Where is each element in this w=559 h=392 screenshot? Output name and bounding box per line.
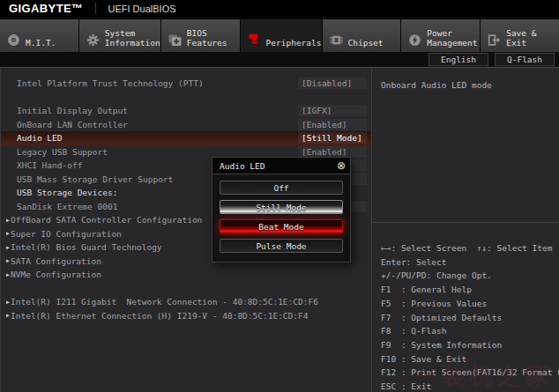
setting-label: SanDisk Extreme 0001 xyxy=(1,202,117,211)
tab-power-management[interactable]: Power Management xyxy=(401,19,480,52)
hotkey-line: +/-/PU/PD: Change Opt. xyxy=(381,269,557,283)
tab-label: Save & Exit xyxy=(506,28,559,48)
submenu-arrow-icon: ▶ xyxy=(1,299,11,306)
tab-save-exit[interactable]: Save & Exit xyxy=(481,19,559,52)
tab-bar: M.I.T. System Information BIOS Features … xyxy=(0,17,559,52)
sub-toolbar: English Q-Flash xyxy=(0,52,559,67)
tab-label: M.I.T. xyxy=(26,38,56,48)
setting-label: Intel(R) Ethernet Connection (H) I219-V … xyxy=(11,311,308,321)
tab-label: Chipset xyxy=(348,38,384,48)
setting-label: Initial Display Output xyxy=(1,106,128,115)
gear-icon xyxy=(86,33,100,47)
help-description: Onboard Audio LED mode xyxy=(372,68,559,90)
dialog-title-bar: Audio LED ⊗ xyxy=(212,157,351,174)
hotkey-line: F7 : Optimized Defaults xyxy=(381,311,557,325)
audio-led-dialog: Audio LED ⊗ OffStill ModeBeat ModePulse … xyxy=(212,157,351,263)
setting-label: OffBoard SATA Controller Configuration xyxy=(11,215,202,225)
setting-label: Intel(R) I211 Gigabit Network Connection… xyxy=(11,297,318,307)
bios-folder-icon xyxy=(168,33,182,47)
dialog-title: Audio LED xyxy=(212,161,332,171)
hotkey-line: F5 : Previous Values xyxy=(381,297,557,311)
submenu-arrow-icon: ▶ xyxy=(1,217,11,224)
submenu-arrow-icon: ▶ xyxy=(1,257,11,264)
setting-label: Intel(R) Bios Guard Technology xyxy=(11,242,162,252)
setting-label: XHCI Hand-off xyxy=(1,160,82,170)
setting-row-onboard-lan-controller[interactable]: OnBoard LAN Controller [Enabled] xyxy=(1,118,371,132)
setting-label: Intel Platform Trust Technology (PTT) xyxy=(1,78,204,88)
setting-value: [Disabled] xyxy=(298,78,367,89)
hotkey-line: F8 : Q-Flash xyxy=(381,324,557,338)
help-panel: Onboard Audio LED mode ←→: Select Screen… xyxy=(371,68,559,392)
submenu-arrow-icon: ▶ xyxy=(1,271,11,278)
spacer-row xyxy=(1,282,371,296)
hotkey-line: Enter: Select xyxy=(381,255,557,270)
chipset-icon xyxy=(330,33,343,47)
disc-icon xyxy=(7,33,20,47)
close-icon[interactable]: ⊗ xyxy=(332,159,350,172)
setting-value: [IGFX] xyxy=(298,105,367,116)
peripherals-icon xyxy=(248,33,261,47)
hotkey-legend: ←→: Select Screen ↑↓: Select ItemEnter: … xyxy=(381,241,557,392)
setting-label: OnBoard LAN Controller xyxy=(1,120,128,129)
hotkey-line: F10 : Save & Exit xyxy=(381,352,557,366)
gigabyte-logo: GIGABYTE™ xyxy=(0,2,95,15)
language-button[interactable]: English xyxy=(429,53,488,66)
submenu-arrow-icon: ▶ xyxy=(1,244,11,251)
firmware-title: UEFI DualBIOS xyxy=(96,4,176,14)
tab-system-information[interactable]: System Information xyxy=(79,19,160,52)
option-beat-mode[interactable]: Beat Mode xyxy=(220,219,343,233)
tab-label: Power Management xyxy=(427,28,477,48)
setting-value: [Still Mode] xyxy=(298,132,367,144)
help-divider xyxy=(372,222,559,223)
tab-label: BIOS Features xyxy=(187,28,227,48)
tab-label: System Information xyxy=(105,28,160,48)
setting-label: USB Mass Storage Driver Support xyxy=(1,174,173,184)
setting-value: [Enabled] xyxy=(298,146,367,158)
setting-row-intel-r-i211-gigabit-network-connection-[interactable]: ▶ Intel(R) I211 Gigabit Network Connecti… xyxy=(1,295,371,309)
tab-bios-features[interactable]: BIOS Features xyxy=(161,19,240,52)
submenu-arrow-icon: ▶ xyxy=(1,312,11,319)
setting-value: [Enabled] xyxy=(298,119,367,130)
tab-chipset[interactable]: Chipset xyxy=(323,19,401,52)
hotkey-line: F1 : General Help xyxy=(381,283,557,297)
spacer-row xyxy=(1,91,371,105)
setting-row-intel-r-ethernet-connection-h-i219-v-40-[interactable]: ▶ Intel(R) Ethernet Connection (H) I219-… xyxy=(1,309,371,323)
setting-label: NVMe Configuration xyxy=(11,270,101,279)
submenu-arrow-icon: ▶ xyxy=(1,230,11,237)
option-still-mode[interactable]: Still Mode xyxy=(220,200,343,214)
power-icon xyxy=(408,33,421,47)
setting-label: Super IO Configuration xyxy=(11,229,122,239)
setting-label: USB Storage Devices: xyxy=(1,188,117,197)
setting-row-audio-led[interactable]: Audio LED [Still Mode] xyxy=(1,131,371,145)
setting-label: Legacy USB Support xyxy=(1,147,108,157)
tab-m-i-t[interactable]: M.I.T. xyxy=(0,19,78,52)
hotkey-line: F9 : System Information xyxy=(381,338,557,352)
dialog-body: OffStill ModeBeat ModePulse Mode xyxy=(212,174,351,263)
option-off[interactable]: Off xyxy=(220,181,343,195)
setting-label: Audio LED xyxy=(1,133,62,143)
hotkey-line: ←→: Select Screen ↑↓: Select Item xyxy=(381,241,557,255)
hotkey-line: F12 : Print Screen(FAT16/32 Format Only) xyxy=(381,366,557,380)
exit-icon xyxy=(488,33,501,47)
setting-row-nvme-configuration[interactable]: ▶ NVMe Configuration xyxy=(1,268,371,282)
option-pulse-mode[interactable]: Pulse Mode xyxy=(220,239,343,253)
tab-peripherals[interactable]: Peripherals xyxy=(241,19,322,52)
top-brand-bar: GIGABYTE™ UEFI DualBIOS xyxy=(0,0,559,17)
setting-row-initial-display-output[interactable]: Initial Display Output [IGFX] xyxy=(1,104,371,118)
hotkey-line: ESC : Exit xyxy=(381,380,557,392)
qflash-button[interactable]: Q-Flash xyxy=(495,53,555,66)
setting-label: SATA Configuration xyxy=(11,256,101,266)
setting-row-intel-platform-trust-technology-ptt[interactable]: Intel Platform Trust Technology (PTT) [D… xyxy=(1,77,371,91)
tab-label: Peripherals xyxy=(266,38,322,48)
